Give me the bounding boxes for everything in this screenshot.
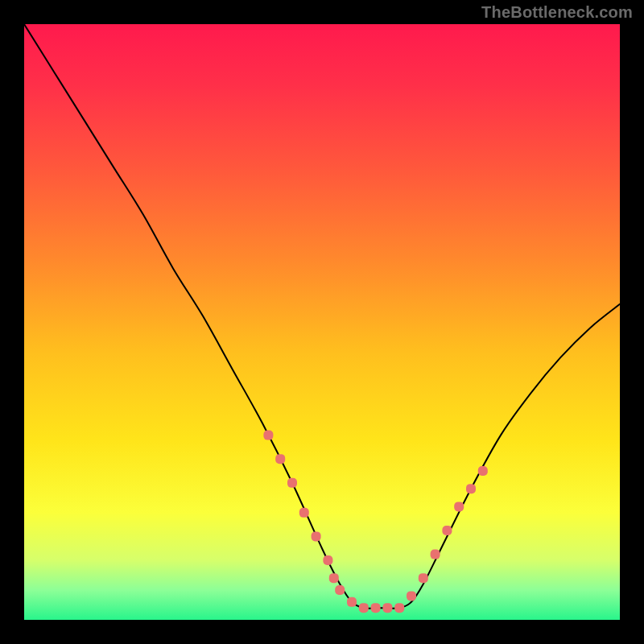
highlight-marker (347, 597, 357, 607)
chart-background (24, 24, 620, 620)
highlight-marker (466, 484, 476, 493)
highlight-marker (442, 526, 452, 535)
highlight-marker (275, 454, 285, 464)
chart-svg (24, 24, 620, 620)
highlight-marker (431, 550, 440, 559)
plot-area (24, 24, 620, 620)
highlight-marker (312, 531, 321, 541)
highlight-marker (382, 603, 392, 613)
highlight-marker (335, 585, 345, 595)
highlight-marker (419, 573, 428, 583)
chart-stage: TheBottleneck.com (0, 0, 644, 644)
highlight-marker (371, 603, 381, 613)
watermark-text: TheBottleneck.com (481, 3, 633, 22)
highlight-marker (263, 431, 273, 440)
highlight-marker (299, 508, 309, 518)
highlight-marker (329, 573, 339, 583)
highlight-marker (359, 603, 369, 613)
highlight-marker (478, 466, 488, 476)
highlight-marker (323, 555, 332, 565)
highlight-marker (394, 603, 404, 613)
highlight-marker (407, 591, 416, 601)
highlight-marker (454, 502, 464, 511)
highlight-marker (287, 478, 297, 488)
